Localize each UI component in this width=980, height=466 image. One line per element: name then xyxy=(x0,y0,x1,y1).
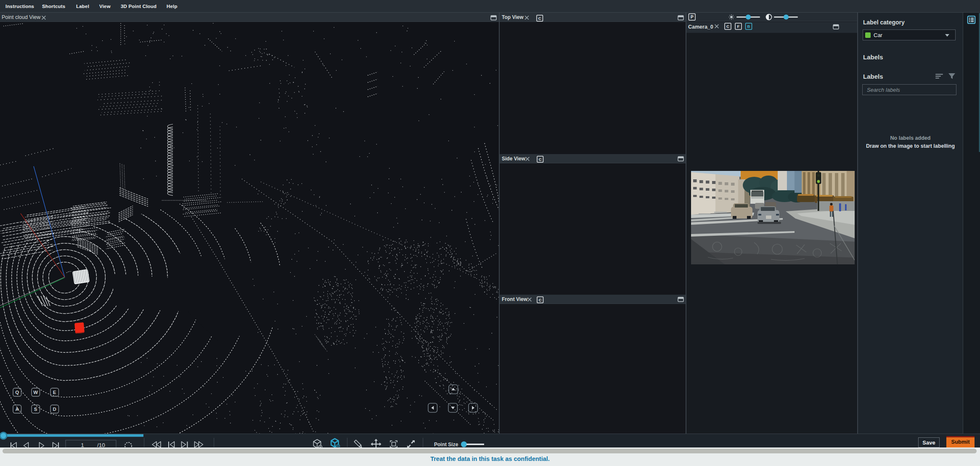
svg-text:C: C xyxy=(539,157,542,162)
svg-text:C: C xyxy=(726,24,729,29)
svg-text:Point Size: Point Size xyxy=(434,442,458,447)
svg-text:C: C xyxy=(539,298,542,302)
svg-text:P: P xyxy=(691,14,694,19)
svg-text:F: F xyxy=(737,24,740,29)
svg-text:C: C xyxy=(538,16,541,21)
svg-text:B: B xyxy=(747,24,750,29)
